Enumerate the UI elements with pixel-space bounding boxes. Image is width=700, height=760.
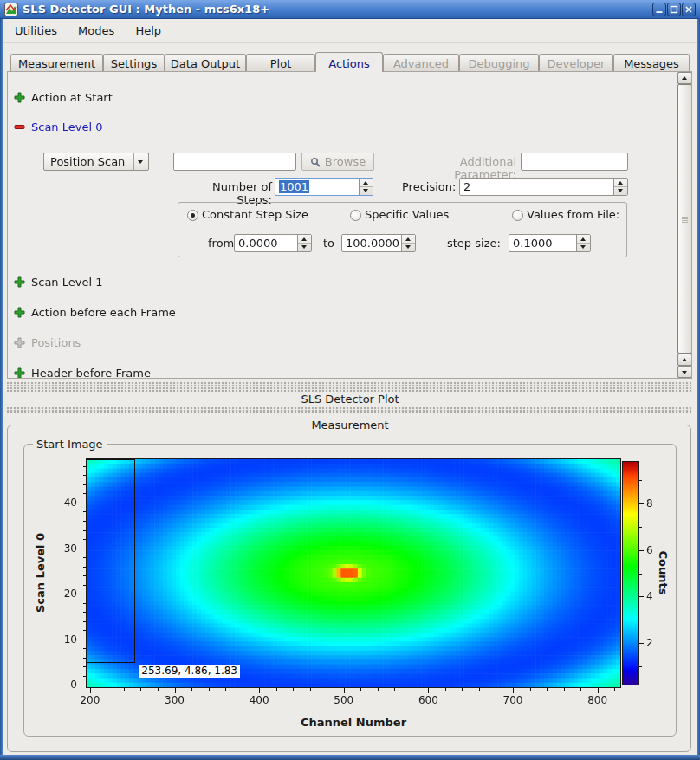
plus-icon [14, 337, 25, 348]
from-value: 0.0000 [238, 237, 278, 250]
action-row-label: Scan Level 1 [31, 276, 102, 289]
close-button[interactable] [682, 3, 696, 16]
step-size-value: 0.1000 [513, 237, 553, 250]
cursor-position-readout: 253.69, 4.86, 1.83 [139, 665, 240, 678]
triangle-down-icon [682, 371, 687, 374]
app-icon [4, 3, 18, 16]
chevron-down-icon [138, 160, 143, 164]
radio-label: Constant Step Size [202, 208, 308, 222]
from-label: from [208, 237, 234, 250]
zoom-selection-rect [87, 459, 135, 663]
precision-spinbox[interactable]: 2 [459, 178, 628, 196]
spin-up-button[interactable] [580, 237, 586, 241]
dock-title: SLS Detector Plot [0, 393, 700, 406]
step-size-spinbox[interactable]: 0.1000 [509, 234, 591, 252]
tab-plot[interactable]: Plot [246, 54, 315, 71]
action-row-label: Positions [31, 336, 81, 349]
colorbar [622, 461, 639, 685]
expander-scan-level-1[interactable]: Scan Level 1 [14, 275, 102, 289]
expander-header-before-frame[interactable]: Header before Frame [14, 366, 151, 379]
spin-buttons [297, 235, 311, 251]
scroll-down-button[interactable] [677, 366, 692, 378]
minimize-button[interactable] [652, 3, 666, 16]
minus-icon [14, 121, 25, 133]
menu-modes[interactable]: Modes [69, 19, 123, 42]
heatmap-canvas[interactable] [86, 458, 621, 688]
minimize-icon [653, 3, 665, 16]
tab-developer: Developer [539, 54, 613, 71]
scan-mode-value: Position Scan [50, 155, 125, 168]
close-icon [683, 3, 695, 16]
menu-utilities[interactable]: Utilities [6, 19, 66, 42]
dock-splitter-handle[interactable] [7, 407, 692, 413]
spin-buttons [576, 235, 590, 251]
radio-label: Specific Values [365, 208, 449, 222]
action-row-label: Action before each Frame [31, 306, 176, 319]
radio-constant-step-size[interactable] [187, 210, 198, 221]
app-window: SLS Detector GUI : Mythen - mcs6x18+ Uti… [0, 0, 700, 760]
to-spinbox[interactable]: 100.0000 [341, 234, 416, 252]
scroll-thumb[interactable] [677, 84, 692, 354]
action-row-label: Header before Frame [31, 367, 151, 379]
step-mode-groupbox: Constant Step Size Specific Values Value… [178, 202, 627, 257]
magnifier-icon [310, 157, 321, 167]
tab-measurement[interactable]: Measurement [10, 54, 103, 71]
combo-dropdown-button[interactable] [133, 153, 148, 170]
scan-mode-combobox[interactable]: Position Scan [43, 153, 149, 171]
expander-action-at-start[interactable]: Action at Start [14, 90, 113, 105]
y-axis-title: Scan Level 0 [34, 533, 47, 613]
scroll-up-button[interactable] [677, 72, 692, 84]
tab-bar: Measurement Settings Data Output Plot Ac… [0, 52, 700, 72]
spin-up-button[interactable] [618, 181, 623, 185]
measurement-group-title: Measurement [306, 419, 393, 432]
spin-up-button[interactable] [301, 237, 307, 241]
start-image-group-title: Start Image [33, 438, 107, 451]
scroll-up-button-bottom[interactable] [677, 354, 692, 366]
vertical-scrollbar[interactable] [677, 72, 691, 378]
tab-actions[interactable]: Actions [315, 52, 383, 72]
additional-parameter-input[interactable] [521, 153, 628, 171]
action-row-label: Action at Start [31, 91, 113, 104]
window-title: SLS Detector GUI : Mythen - mcs6x18+ [23, 3, 269, 16]
plus-icon [14, 367, 25, 379]
spin-down-button[interactable] [580, 245, 586, 249]
step-size-label: step size: [447, 237, 501, 250]
triangle-up-icon [682, 358, 687, 361]
tab-advanced: Advanced [383, 54, 459, 71]
expander-positions: Positions [14, 335, 81, 350]
to-label: to [323, 237, 334, 250]
x-axis-title: Channel Number [301, 716, 406, 729]
from-spinbox[interactable]: 0.0000 [234, 234, 312, 252]
spin-down-button[interactable] [405, 245, 411, 249]
scan-file-input[interactable] [173, 153, 296, 171]
dock-splitter-handle[interactable] [7, 382, 692, 392]
spin-down-button[interactable] [363, 189, 368, 192]
plus-icon [14, 307, 25, 318]
radio-specific-values[interactable] [350, 210, 361, 221]
browse-label: Browse [325, 155, 366, 168]
plus-icon [14, 92, 25, 103]
spin-up-button[interactable] [363, 181, 368, 185]
window-border [0, 755, 700, 760]
browse-button: Browse [301, 153, 374, 171]
menu-help[interactable]: Help [126, 19, 170, 42]
expander-action-before-each-frame[interactable]: Action before each Frame [14, 305, 176, 320]
precision-label: Precision: [402, 180, 454, 193]
radio-values-from-file[interactable] [512, 210, 523, 221]
spin-up-button[interactable] [405, 237, 411, 241]
tab-settings[interactable]: Settings [103, 54, 165, 71]
tab-messages[interactable]: Messages [613, 54, 690, 71]
number-of-steps-spinbox[interactable]: 1001 [275, 178, 373, 196]
titlebar[interactable]: SLS Detector GUI : Mythen - mcs6x18+ [0, 0, 700, 19]
expander-scan-level-0[interactable]: Scan Level 0 [14, 120, 102, 134]
tab-data-output[interactable]: Data Output [165, 54, 246, 71]
actions-panel: Action at Start Scan Level 0 Position Sc… [7, 71, 692, 379]
spin-buttons [401, 235, 415, 251]
spin-buttons [613, 179, 627, 195]
precision-value: 2 [463, 180, 470, 193]
spin-down-button[interactable] [301, 245, 307, 249]
radio-label: Values from File: [527, 208, 619, 222]
spin-down-button[interactable] [618, 189, 623, 192]
colorbar-title: Counts [657, 551, 670, 595]
maximize-button[interactable] [667, 3, 681, 16]
